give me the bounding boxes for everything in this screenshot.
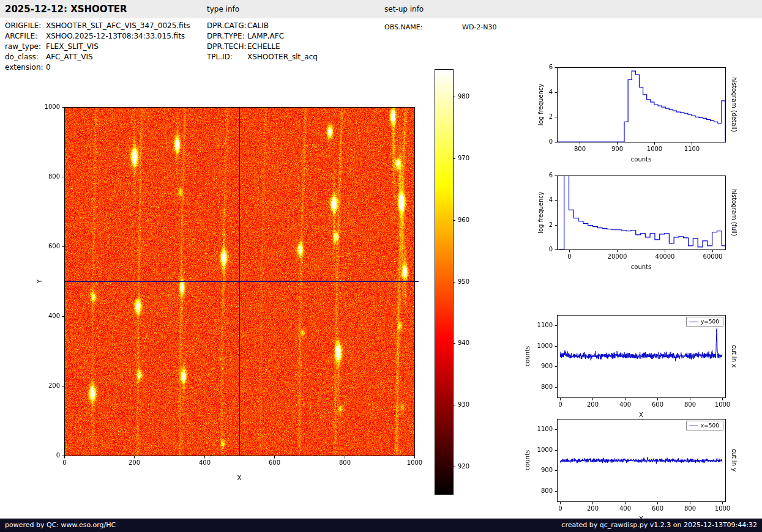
metadata-row: TPL.ID:XSHOOTER_slt_acq [207, 52, 318, 62]
cut-in-x-plot [517, 305, 750, 421]
dpr-catg-value: CALIB [247, 21, 269, 30]
histogram-detail-plot [517, 56, 750, 166]
metadata-row: DPR.TECH:ECHELLE [207, 42, 318, 52]
origfile-label: ORIGFILE: [5, 21, 46, 31]
raw-type-label: raw_type: [5, 42, 46, 52]
metadata-row: DPR.CATG:CALIB [207, 21, 318, 31]
metadata-setup-info: OBS.NAME:WD-2-N30 [384, 22, 497, 32]
raw-type-value: FLEX_SLIT_VIS [46, 42, 99, 51]
metadata-row: raw_type:FLEX_SLIT_VIS [5, 42, 190, 52]
header-bar: 2025-12-12: XSHOOTER type info set-up in… [0, 0, 762, 18]
colorbar [428, 64, 490, 498]
obs-name-value: WD-2-N30 [462, 23, 497, 31]
footer-bar: powered by QC: www.eso.org/HC created by… [0, 519, 762, 532]
metadata-row: OBS.NAME:WD-2-N30 [384, 22, 497, 32]
arcfile-value: XSHOO.2025-12-13T08:34:33.015.fits [46, 32, 185, 40]
tpl-id-label: TPL.ID: [207, 52, 247, 62]
metadata-row: ORIGFILE:XSHOOTER_SLT_AFC_VIS_347_0025.f… [5, 21, 190, 31]
origfile-value: XSHOOTER_SLT_AFC_VIS_347_0025.fits [46, 21, 190, 30]
metadata-type-info: DPR.CATG:CALIB DPR.TYPE:LAMP,AFC DPR.TEC… [207, 21, 318, 62]
dpr-type-label: DPR.TYPE: [207, 31, 247, 42]
colorbar-canvas [428, 64, 490, 498]
page-title: 2025-12-12: XSHOOTER [5, 0, 127, 18]
metadata-row: ARCFILE:XSHOO.2025-12-13T08:34:33.015.fi… [5, 31, 190, 42]
dpr-tech-label: DPR.TECH: [207, 42, 247, 52]
type-info-heading: type info [207, 0, 239, 18]
histogram-detail-canvas [517, 56, 750, 166]
qc-report-page: 2025-12-12: XSHOOTER type info set-up in… [0, 0, 762, 532]
cut-in-y-canvas [517, 408, 750, 525]
tpl-id-value: XSHOOTER_slt_acq [247, 53, 318, 61]
metadata-row: DPR.TYPE:LAMP,AFC [207, 31, 318, 42]
dpr-type-value: LAMP,AFC [247, 32, 284, 40]
obs-name-label: OBS.NAME: [384, 22, 462, 32]
cut-in-y-plot [517, 408, 750, 525]
dpr-tech-value: ECHELLE [247, 42, 280, 51]
setup-info-heading: set-up info [384, 0, 424, 18]
metadata-row: do_class:AFC_ATT_VIS [5, 52, 190, 62]
do-class-value: AFC_ATT_VIS [46, 53, 93, 61]
cut-in-x-canvas [517, 305, 750, 421]
histogram-full-canvas [517, 164, 750, 274]
dpr-catg-label: DPR.CATG: [207, 21, 247, 31]
do-class-label: do_class: [5, 52, 46, 62]
footer-credit-link: powered by QC: www.eso.org/HC [5, 519, 116, 532]
footer-created-by: created by qc_rawdisp.py v1.2.3 on 2025-… [561, 519, 757, 532]
main-image-plot [24, 64, 428, 492]
histogram-full-plot [517, 164, 750, 274]
main-image-canvas [24, 64, 428, 492]
arcfile-label: ARCFILE: [5, 31, 46, 42]
